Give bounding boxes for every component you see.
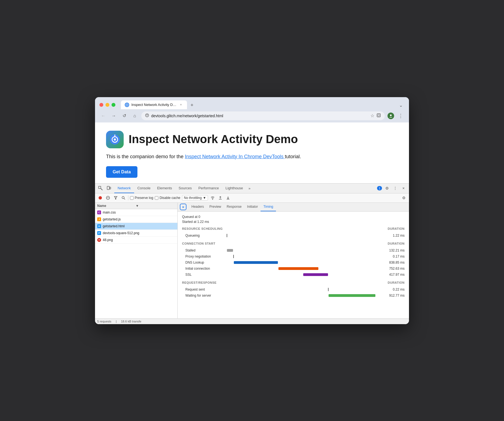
timing-row-stalled: Stalled 132.21 ms bbox=[182, 247, 405, 253]
detail-tab-timing[interactable]: Timing bbox=[261, 203, 276, 212]
devtools-settings-button[interactable]: ⚙ bbox=[384, 185, 390, 192]
svg-point-6 bbox=[390, 114, 392, 116]
waiting-server-bar bbox=[329, 294, 375, 297]
timing-row-waiting-server: Waiting for server 912.77 ms bbox=[182, 292, 405, 299]
network-item-main-css[interactable]: C main.css bbox=[95, 209, 177, 216]
close-traffic-light[interactable] bbox=[99, 103, 103, 107]
minimize-traffic-light[interactable] bbox=[105, 103, 109, 107]
download-button[interactable] bbox=[225, 195, 231, 201]
search-button[interactable] bbox=[120, 195, 126, 201]
network-panel: Name ▾ C main.css J getstarted.js H gets… bbox=[95, 203, 409, 318]
forward-button[interactable]: → bbox=[110, 112, 118, 120]
home-button[interactable]: ⌂ bbox=[131, 112, 139, 120]
dns-bar bbox=[234, 261, 278, 264]
devtools-close-button[interactable]: × bbox=[400, 185, 407, 192]
html-file-icon: H bbox=[97, 224, 101, 228]
detail-tab-response[interactable]: Response bbox=[224, 203, 244, 212]
network-settings-button[interactable]: ⚙ bbox=[401, 195, 407, 201]
browser-menu-button[interactable]: ⋮ bbox=[397, 112, 405, 120]
new-tab-button[interactable]: + bbox=[188, 102, 196, 109]
css-file-icon: C bbox=[97, 211, 101, 214]
tab-elements[interactable]: Elements bbox=[154, 183, 175, 193]
network-item-48-png[interactable]: ✕ 48.png bbox=[95, 237, 177, 244]
devtools-more-button[interactable]: ⋮ bbox=[392, 185, 399, 192]
tab-console[interactable]: Console bbox=[134, 183, 154, 193]
status-requests: 5 requests bbox=[97, 320, 111, 323]
status-bar-separator: | bbox=[116, 320, 116, 323]
detail-close-button[interactable]: × bbox=[180, 204, 186, 210]
back-button[interactable]: ← bbox=[99, 112, 107, 120]
network-item-getstarted-js[interactable]: J getstarted.js bbox=[95, 216, 177, 223]
detail-tab-initiator[interactable]: Initiator bbox=[244, 203, 261, 212]
tab-lighthouse[interactable]: Lighthouse bbox=[222, 183, 246, 193]
initial-connection-bar bbox=[278, 267, 318, 270]
timing-queued-at: Queued at 0 bbox=[182, 215, 405, 219]
refresh-button[interactable]: ↺ bbox=[120, 112, 128, 120]
user-avatar[interactable] bbox=[388, 113, 394, 119]
network-item-getstarted-html[interactable]: H getstarted.html bbox=[95, 223, 177, 230]
timing-bar-proxy bbox=[226, 255, 380, 258]
wifi-button[interactable] bbox=[210, 195, 216, 201]
clear-button[interactable] bbox=[105, 195, 111, 201]
detail-tab-preview[interactable]: Preview bbox=[207, 203, 224, 212]
page-content: Inspect Network Activity Demo This is th… bbox=[95, 122, 409, 183]
detail-panel: × Headers Preview Response Initiator Tim… bbox=[178, 203, 409, 318]
timing-section-resource-scheduling: Resource Scheduling DURATION Queueing 1.… bbox=[182, 227, 405, 239]
tab-performance[interactable]: Performance bbox=[195, 183, 222, 193]
detail-tab-bar: × Headers Preview Response Initiator Tim… bbox=[178, 203, 409, 212]
devtools-tutorial-link[interactable]: Inspect Network Activity In Chrome DevTo… bbox=[185, 154, 285, 159]
svg-point-9 bbox=[114, 138, 116, 141]
svg-line-20 bbox=[124, 198, 125, 199]
timing-started-at: Started at 1.22 ms bbox=[182, 220, 405, 224]
svg-rect-14 bbox=[110, 187, 111, 189]
filter-button[interactable] bbox=[113, 195, 119, 201]
timing-content: Queued at 0 Started at 1.22 ms Resource … bbox=[178, 212, 409, 302]
timing-row-ssl: SSL 417.97 ms bbox=[182, 272, 405, 278]
timing-section-connection-header: Connection Start DURATION bbox=[182, 242, 405, 246]
url-text: devtools.glitch.me/network/getstarted.ht… bbox=[151, 114, 368, 118]
timing-row-proxy: Proxy negotiation 0.17 ms bbox=[182, 253, 405, 259]
timing-row-queueing: Queueing 1.22 ms bbox=[182, 233, 405, 239]
extensions-button[interactable] bbox=[376, 113, 381, 119]
preserve-log-checkbox[interactable]: Preserve log bbox=[130, 196, 153, 200]
tab-sources[interactable]: Sources bbox=[175, 183, 195, 193]
url-actions: ☆ bbox=[370, 113, 381, 119]
url-bar[interactable]: devtools.glitch.me/network/getstarted.ht… bbox=[141, 111, 385, 120]
active-tab[interactable]: Inspect Network Activity Dem × bbox=[121, 100, 187, 109]
page-header: Inspect Network Activity Demo bbox=[106, 131, 398, 148]
tab-menu-button[interactable]: ⌄ bbox=[397, 102, 405, 109]
tab-close-button[interactable]: × bbox=[179, 103, 183, 107]
status-transferred: 18.6 kB transfe bbox=[121, 320, 141, 323]
address-bar: ← → ↺ ⌂ devtools.glitch.me/network/getst… bbox=[95, 109, 409, 122]
maximize-traffic-light[interactable] bbox=[112, 103, 115, 107]
request-sent-marker bbox=[328, 288, 329, 291]
bookmark-button[interactable]: ☆ bbox=[370, 113, 374, 118]
browser-window: Inspect Network Activity Dem × + ⌄ ← → ↺… bbox=[95, 97, 409, 324]
throttle-select[interactable]: No throttling ▼ bbox=[182, 195, 208, 201]
disable-cache-checkbox[interactable]: Disable cache bbox=[155, 196, 180, 200]
timing-bar-initial-connection bbox=[226, 267, 380, 270]
devtools-icon-buttons bbox=[97, 185, 112, 192]
network-item-devtools-png[interactable]: P devtools-square-512.png bbox=[95, 230, 177, 237]
timing-row-dns: DNS Lookup 838.85 ms bbox=[182, 259, 405, 266]
page-title: Inspect Network Activity Demo bbox=[129, 133, 298, 146]
detail-tab-headers[interactable]: Headers bbox=[189, 203, 207, 212]
record-button[interactable] bbox=[97, 195, 103, 201]
page-description: This is the companion demo for the Inspe… bbox=[106, 154, 398, 160]
get-data-button[interactable]: Get Data bbox=[106, 166, 137, 178]
more-tabs-button[interactable]: » bbox=[246, 186, 253, 190]
inspect-element-icon[interactable] bbox=[97, 185, 104, 192]
tab-network[interactable]: Network bbox=[114, 183, 134, 193]
device-toolbar-icon[interactable] bbox=[105, 185, 112, 192]
title-bar: Inspect Network Activity Dem × + ⌄ bbox=[95, 97, 409, 109]
svg-line-12 bbox=[101, 188, 102, 190]
timing-bar-request-sent bbox=[226, 288, 380, 291]
upload-button[interactable] bbox=[217, 195, 223, 201]
svg-point-21 bbox=[212, 199, 213, 200]
timing-section-request-header: Request/Response DURATION bbox=[182, 281, 405, 285]
timing-bar-ssl bbox=[226, 273, 380, 276]
svg-marker-18 bbox=[114, 196, 117, 199]
devtools-tab-bar: Network Console Elements Sources Perform… bbox=[95, 184, 409, 193]
timing-bar-stalled bbox=[226, 249, 380, 252]
png-file-icon: P bbox=[97, 231, 101, 235]
